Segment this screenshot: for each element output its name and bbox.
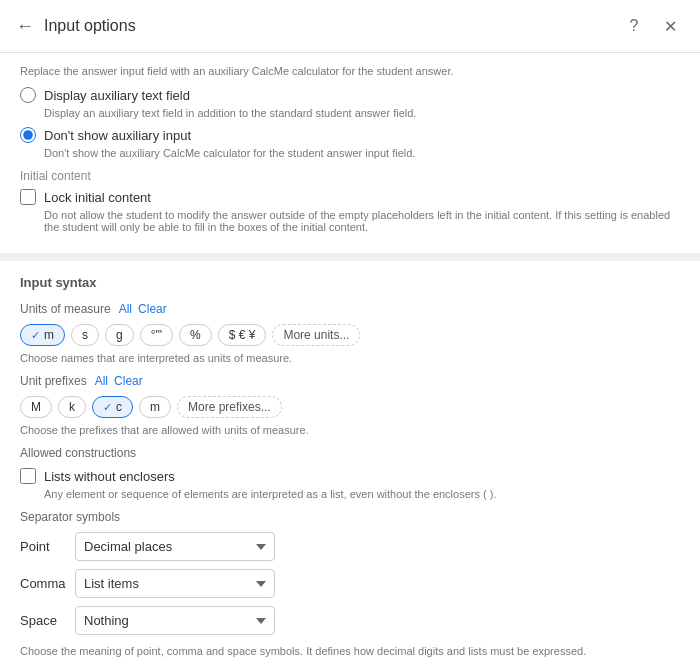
- prefix-chip-M[interactable]: M: [20, 396, 52, 418]
- comma-label: Comma: [20, 576, 75, 591]
- unit-chip-s[interactable]: s: [71, 324, 99, 346]
- units-label: Units of measure: [20, 302, 111, 316]
- unit-chip-deg-label: °'": [151, 328, 162, 342]
- lock-content-label: Lock initial content: [44, 190, 151, 205]
- comma-select[interactable]: Decimal places List items Nothing: [75, 569, 275, 598]
- close-button[interactable]: ✕: [656, 12, 684, 40]
- units-header: Units of measure All Clear: [20, 302, 680, 316]
- lists-without-desc: Any element or sequence of elements are …: [44, 488, 680, 500]
- unit-chip-percent-label: %: [190, 328, 201, 342]
- chip-check-c-icon: ✓: [103, 401, 112, 414]
- prefix-chip-m-label: m: [150, 400, 160, 414]
- display-aux-label: Display auxiliary text field: [44, 88, 190, 103]
- unit-chip-g[interactable]: g: [105, 324, 134, 346]
- unit-chip-percent[interactable]: %: [179, 324, 212, 346]
- dont-show-aux-radio[interactable]: [20, 127, 36, 143]
- header: ← Input options ? ✕: [0, 0, 700, 53]
- prefixes-all-button[interactable]: All: [95, 374, 108, 388]
- space-separator-row: Space Decimal places List items Nothing: [20, 606, 680, 635]
- prefix-chip-m[interactable]: m: [139, 396, 171, 418]
- prefix-chip-k-label: k: [69, 400, 75, 414]
- initial-content-label: Initial content: [20, 169, 680, 183]
- dont-show-aux-desc: Don't show the auxiliary CalcMe calculat…: [44, 147, 680, 159]
- lock-content-desc: Do not allow the student to modify the a…: [44, 209, 680, 233]
- space-select[interactable]: Decimal places List items Nothing: [75, 606, 275, 635]
- lists-without-checkbox[interactable]: [20, 468, 36, 484]
- unit-chip-deg[interactable]: °'": [140, 324, 173, 346]
- prefixes-hint: Choose the prefixes that are allowed wit…: [20, 424, 680, 436]
- unit-chip-m-label: m: [44, 328, 54, 342]
- units-hint: Choose names that are interpreted as uni…: [20, 352, 680, 364]
- prefix-chip-k[interactable]: k: [58, 396, 86, 418]
- syntax-title: Input syntax: [20, 275, 680, 290]
- unit-chip-currency-label: $ € ¥: [229, 328, 256, 342]
- units-chips-row: ✓ m s g °'" % $ € ¥ Mo: [20, 324, 680, 346]
- prefixes-more-button[interactable]: More prefixes...: [177, 396, 282, 418]
- lock-content-row: Lock initial content: [20, 189, 680, 205]
- intro-text: Replace the answer input field with an a…: [20, 65, 680, 77]
- display-aux-radio[interactable]: [20, 87, 36, 103]
- chip-check-icon: ✓: [31, 329, 40, 342]
- unit-chip-g-label: g: [116, 328, 123, 342]
- auxiliary-section: Replace the answer input field with an a…: [0, 53, 700, 261]
- prefixes-more-label: More prefixes...: [188, 400, 271, 414]
- comma-separator-row: Comma Decimal places List items Nothing: [20, 569, 680, 598]
- display-aux-desc: Display an auxiliary text field in addit…: [44, 107, 680, 119]
- prefixes-header: Unit prefixes All Clear: [20, 374, 680, 388]
- prefixes-label: Unit prefixes: [20, 374, 87, 388]
- syntax-section: Input syntax Units of measure All Clear …: [0, 261, 700, 663]
- lists-without-row: Lists without enclosers: [20, 468, 680, 484]
- point-select[interactable]: Decimal places List items Nothing: [75, 532, 275, 561]
- panel-title: Input options: [44, 17, 612, 35]
- prefix-chip-c[interactable]: ✓ c: [92, 396, 133, 418]
- unit-chip-s-label: s: [82, 328, 88, 342]
- input-options-panel: ← Input options ? ✕ Replace the answer i…: [0, 0, 700, 663]
- dont-show-aux-label: Don't show auxiliary input: [44, 128, 191, 143]
- dont-show-aux-row: Don't show auxiliary input: [20, 127, 680, 143]
- unit-chip-m[interactable]: ✓ m: [20, 324, 65, 346]
- help-button[interactable]: ?: [620, 12, 648, 40]
- units-more-label: More units...: [283, 328, 349, 342]
- separator-footer: Choose the meaning of point, comma and s…: [20, 645, 680, 657]
- point-separator-row: Point Decimal places List items Nothing: [20, 532, 680, 561]
- allowed-title: Allowed constructions: [20, 446, 680, 460]
- unit-chip-currency[interactable]: $ € ¥: [218, 324, 267, 346]
- prefixes-chips-row: M k ✓ c m More prefixes...: [20, 396, 680, 418]
- prefix-chip-c-label: c: [116, 400, 122, 414]
- back-button[interactable]: ←: [16, 17, 34, 35]
- units-clear-button[interactable]: Clear: [138, 302, 167, 316]
- scrollable-content: Replace the answer input field with an a…: [0, 53, 700, 663]
- units-all-button[interactable]: All: [119, 302, 132, 316]
- units-more-button[interactable]: More units...: [272, 324, 360, 346]
- lock-content-checkbox[interactable]: [20, 189, 36, 205]
- space-label: Space: [20, 613, 75, 628]
- display-aux-row: Display auxiliary text field: [20, 87, 680, 103]
- point-label: Point: [20, 539, 75, 554]
- separator-title: Separator symbols: [20, 510, 680, 524]
- prefix-chip-M-label: M: [31, 400, 41, 414]
- prefixes-clear-button[interactable]: Clear: [114, 374, 143, 388]
- lists-without-label: Lists without enclosers: [44, 469, 175, 484]
